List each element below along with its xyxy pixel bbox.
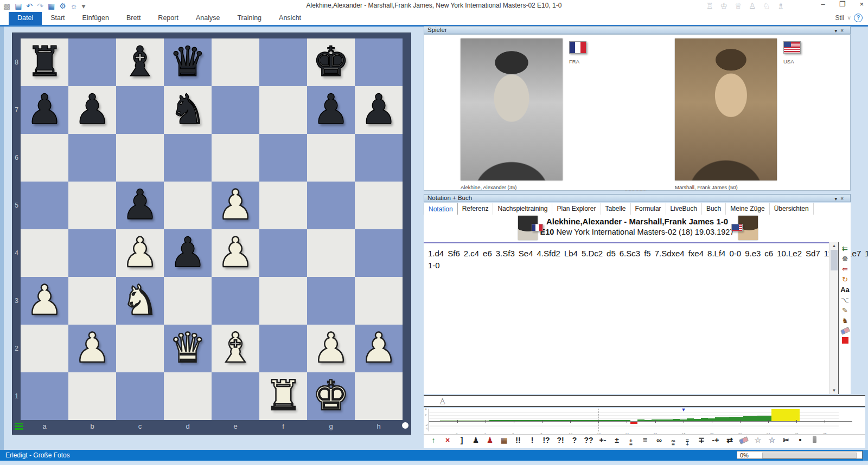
collapse-panel-icon[interactable]: ▾ — [834, 196, 840, 202]
square-e1[interactable] — [212, 372, 259, 420]
square-b2[interactable] — [68, 325, 116, 372]
eval-bar-22[interactable] — [588, 420, 595, 421]
counterplay-button[interactable]: ⇄ — [723, 436, 736, 444]
font-size-icon[interactable]: Aa — [839, 286, 851, 294]
eval-bar-1[interactable] — [440, 420, 447, 421]
redo-icon[interactable]: ↷ — [37, 2, 43, 10]
statue-icon[interactable] — [808, 436, 821, 444]
eraser-button[interactable] — [737, 436, 750, 444]
close-button[interactable]: × — [859, 0, 864, 8]
eval-bar-21[interactable] — [581, 420, 588, 421]
square-c5[interactable] — [116, 182, 164, 229]
red-marker-icon[interactable] — [839, 337, 851, 345]
square-h5[interactable] — [355, 182, 403, 229]
square-g1[interactable] — [307, 372, 355, 420]
square-h4[interactable] — [355, 229, 403, 277]
end-variation-icon[interactable]: ] — [455, 436, 468, 444]
toolbar-more-icon[interactable]: ▾ — [82, 2, 86, 10]
square-a6[interactable] — [21, 134, 68, 182]
square-b8[interactable] — [68, 38, 116, 86]
eval-bar-29[interactable] — [637, 419, 644, 421]
square-b5[interactable] — [68, 182, 116, 229]
tab-meine-züge[interactable]: Meine Züge — [726, 203, 769, 215]
engine-indicator-icon[interactable] — [15, 423, 23, 431]
square-b1[interactable] — [68, 372, 116, 420]
square-d4[interactable] — [164, 229, 212, 277]
help-icon[interactable]: ? — [854, 14, 863, 22]
square-b4[interactable] — [68, 229, 116, 277]
square-d5[interactable] — [164, 182, 212, 229]
move-7.Sdxe4[interactable]: 7.Sdxe4 — [655, 249, 685, 258]
eval-bar-40[interactable] — [715, 417, 722, 421]
ribbon-tab-einfügen[interactable]: Einfügen — [74, 12, 118, 25]
eval-bar-38[interactable] — [701, 418, 708, 421]
square-f7[interactable] — [259, 86, 307, 134]
ribbon-tab-training[interactable]: Training — [228, 12, 270, 25]
move-3.Sf3[interactable]: 3.Sf3 — [496, 249, 515, 258]
close-panel-icon[interactable]: × — [840, 28, 847, 34]
move-10.Le2[interactable]: 10.Le2 — [777, 249, 802, 258]
close-panel-icon[interactable]: × — [840, 196, 847, 202]
panel-splitter-handle[interactable]: '''''''''''''''' — [625, 189, 647, 194]
variation-tree-icon[interactable]: ⌥ — [839, 296, 851, 304]
rotate-icon[interactable]: ↻ — [839, 275, 851, 283]
square-b7[interactable] — [68, 86, 116, 134]
move-Lb4[interactable]: Lb4 — [564, 249, 578, 258]
good-move-button[interactable]: ! — [526, 436, 539, 444]
brush-icon[interactable]: ✎ — [839, 306, 851, 314]
eval-bar-51[interactable] — [793, 409, 800, 421]
eraser-icon[interactable] — [839, 327, 851, 335]
square-a4[interactable] — [21, 229, 68, 277]
scroll-down-icon[interactable]: ▼ — [829, 388, 839, 393]
square-g6[interactable] — [307, 134, 355, 182]
eval-bar-48[interactable] — [771, 409, 778, 421]
black-better-button[interactable]: ∓ — [695, 436, 708, 444]
back-arrow-icon[interactable]: ⇐ — [839, 265, 851, 273]
move-Se4[interactable]: Se4 — [519, 249, 533, 258]
brightness-icon[interactable]: ☼ — [71, 2, 78, 10]
square-f3[interactable] — [259, 277, 307, 325]
square-a7[interactable] — [21, 86, 68, 134]
tab-buch[interactable]: Buch — [702, 203, 726, 215]
square-a3[interactable] — [21, 277, 68, 325]
eval-bar-9[interactable] — [496, 420, 503, 421]
square-f4[interactable] — [259, 229, 307, 277]
square-h7[interactable] — [355, 86, 403, 134]
chevron-down-icon[interactable]: ˅ — [847, 15, 851, 21]
square-h8[interactable] — [355, 38, 403, 86]
interesting-move-button[interactable]: !? — [540, 436, 553, 444]
move-c6[interactable]: c6 — [764, 249, 773, 258]
eval-bar-49[interactable] — [778, 409, 786, 421]
square-e2[interactable] — [212, 325, 259, 372]
tab-übersichten[interactable]: Übersichten — [770, 203, 814, 215]
eval-bar-34[interactable] — [673, 419, 680, 421]
eval-bar-8[interactable] — [489, 420, 496, 421]
move-e6[interactable]: e6 — [483, 249, 492, 258]
move-8.Lf4[interactable]: 8.Lf4 — [707, 249, 725, 258]
square-d1[interactable] — [164, 372, 212, 420]
eval-bar-46[interactable] — [757, 416, 764, 421]
square-c7[interactable] — [116, 86, 164, 134]
eval-bar-16[interactable] — [546, 420, 553, 421]
move-9.e3[interactable]: 9.e3 — [745, 249, 761, 258]
square-h2[interactable] — [355, 325, 403, 372]
square-d2[interactable] — [164, 325, 212, 372]
square-g5[interactable] — [307, 182, 355, 229]
square-b6[interactable] — [68, 134, 116, 182]
star-plus-icon[interactable]: ☆ — [765, 436, 778, 444]
ribbon-tab-report[interactable]: Report — [149, 12, 187, 25]
arrow-up-icon[interactable]: ↑ — [427, 436, 440, 444]
square-f1[interactable] — [259, 372, 307, 420]
tab-notation[interactable]: Notation — [424, 203, 458, 215]
square-e8[interactable] — [212, 38, 259, 86]
delete-icon[interactable]: × — [441, 436, 454, 444]
compensation-button[interactable]: ∞= — [667, 436, 680, 446]
white-winning-button[interactable]: +- — [596, 436, 609, 444]
undo-icon[interactable]: ↶ — [26, 2, 33, 10]
square-a5[interactable] — [21, 182, 68, 229]
tab-livebuch[interactable]: LiveBuch — [666, 203, 702, 215]
move-f5[interactable]: f5 — [644, 249, 651, 258]
move-Sf6[interactable]: Sf6 — [448, 249, 460, 258]
blunder-button[interactable]: ?? — [582, 436, 595, 444]
eval-bar-12[interactable] — [518, 420, 525, 421]
